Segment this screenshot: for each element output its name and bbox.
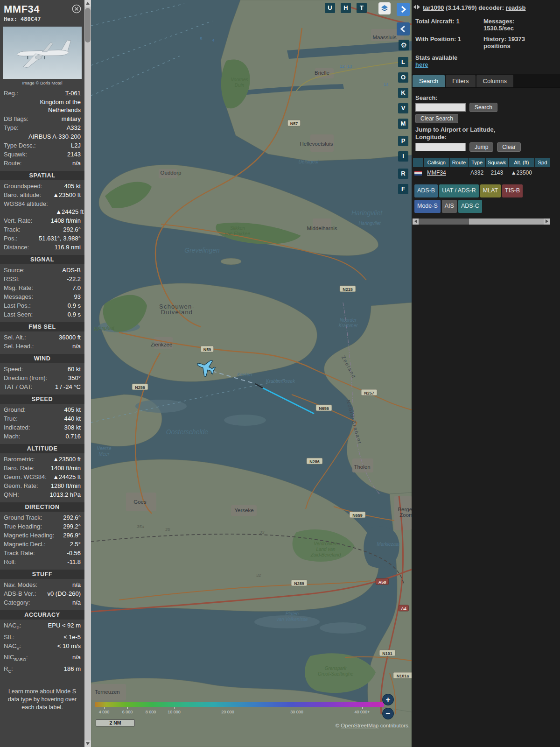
source-badge-uat-ads-r[interactable]: UAT / ADS-R	[439, 184, 478, 197]
map-button-m[interactable]: M	[398, 119, 408, 129]
map-button-p[interactable]: P	[398, 136, 408, 146]
data-row: Geom. WGS84:▲24425 ft	[0, 472, 84, 481]
section-header: ALTITUDE	[0, 444, 84, 453]
map-label: 12+13	[340, 63, 352, 69]
stats-available-text: Stats available	[415, 54, 556, 61]
map-button-h[interactable]: H	[341, 3, 351, 13]
layers-icon	[380, 4, 389, 13]
zoom-out-button[interactable]: −	[382, 708, 394, 719]
data-label: Vert. Rate:	[4, 217, 32, 225]
tab-filters[interactable]: Filters	[446, 75, 475, 87]
data-label: Baro. Rate:	[4, 464, 35, 472]
left-panel-scrollbar[interactable]	[84, 0, 91, 747]
aircraft-detail-panel: MMF34 Hex: 480C47	[0, 0, 84, 747]
source-badge-tis-b[interactable]: TIS-B	[502, 184, 523, 197]
table-header-flag[interactable]	[413, 158, 423, 167]
map-button-k[interactable]: K	[398, 88, 408, 98]
table-header-type[interactable]: Type	[469, 158, 485, 167]
data-value: 60 kt	[26, 365, 81, 373]
map-button-r[interactable]: R	[398, 169, 408, 179]
data-value: v0 (DO-260)	[39, 590, 81, 598]
jump-button[interactable]: Jump	[469, 142, 493, 152]
data-label: Direction (from):	[4, 374, 47, 382]
table-header-callsign[interactable]: Callsign	[424, 158, 449, 167]
tab-columns[interactable]: Columns	[476, 75, 513, 87]
data-row: Barometric:▲23500 ft	[0, 455, 84, 464]
tar1090-link[interactable]: tar1090	[423, 4, 444, 11]
legend-tick-label: 8 000	[140, 710, 162, 714]
map-button-i[interactable]: I	[398, 151, 408, 162]
table-header-squawk[interactable]: Squawk	[486, 158, 508, 167]
info-value: Kingdom of the Netherlands	[7, 98, 81, 114]
map-button-t[interactable]: T	[357, 3, 367, 13]
search-button[interactable]: Search	[469, 103, 497, 112]
map-button-l[interactable]: L	[398, 57, 408, 67]
source-badge-ads-b[interactable]: ADS-B	[414, 184, 438, 197]
scroll-down-icon[interactable]	[84, 740, 91, 747]
layers-button[interactable]	[378, 2, 391, 14]
mode-s-hint: Learn more about Mode S data type by hov…	[3, 688, 82, 712]
altitude-legend: 4 0006 0008 00010 00020 00030 00040 000+	[95, 702, 384, 717]
aircraft-row[interactable]: MMF34A3322143▲23500	[413, 168, 550, 178]
tar1090-app: MMF34 Hex: 480C47	[0, 0, 560, 747]
toggle-left-panel-button[interactable]	[397, 22, 410, 35]
osm-link[interactable]: OpenStreetMap	[341, 723, 378, 728]
hscrollbar-thumb[interactable]	[419, 218, 469, 225]
table-header-route[interactable]: Route	[450, 158, 468, 167]
data-label: RC:	[4, 665, 13, 676]
stats-block: Total Aircraft: 1 Messages: 1530.5/sec W…	[412, 13, 560, 50]
scroll-right-icon[interactable]	[544, 218, 550, 225]
section-header: ACCURACY	[0, 610, 84, 620]
source-badge-ads-c[interactable]: ADS-C	[458, 200, 482, 213]
scroll-up-icon[interactable]	[84, 0, 91, 7]
gear-icon[interactable]: ⚙	[399, 40, 409, 50]
map-button-v[interactable]: V	[398, 103, 408, 113]
map-button-u[interactable]: U	[325, 3, 335, 13]
messages-stat: Messages: 1530.5/sec	[483, 18, 553, 32]
info-value[interactable]: T-061	[21, 89, 81, 97]
cell-squawk: 2143	[486, 168, 508, 178]
svg-text:N656: N656	[319, 406, 329, 411]
map-button-o[interactable]: O	[398, 72, 408, 83]
right-panel-header: tar1090 (3.14.1769) decoder: readsb	[412, 0, 560, 13]
map-label: Brielle	[315, 70, 329, 76]
readsb-link[interactable]: readsb	[506, 4, 526, 11]
cell-callsign[interactable]: MMF34	[424, 168, 449, 178]
map-label: 14	[384, 82, 389, 87]
table-header-alt-ft-[interactable]: Alt. (ft)	[509, 158, 534, 167]
panel-collapse-icon[interactable]	[413, 4, 420, 11]
data-label: Baro. altitude:	[4, 191, 41, 199]
data-value: 292.6°	[45, 514, 81, 521]
aircraft-photo[interactable]	[3, 27, 82, 79]
data-row: Geom. Rate:1280 ft/min	[0, 481, 84, 490]
scroll-left-icon[interactable]	[413, 218, 419, 225]
jump-clear-button[interactable]: Clear	[497, 142, 521, 152]
map-label: Krabbenkreek	[266, 379, 295, 384]
data-label: Category:	[4, 599, 30, 606]
clear-search-button[interactable]: Clear Search	[415, 114, 458, 123]
search-input[interactable]	[415, 103, 466, 112]
map-label: Tholen	[354, 464, 370, 470]
map-button-f[interactable]: F	[398, 184, 408, 194]
jump-input[interactable]	[415, 143, 466, 151]
source-badge-ais[interactable]: AIS	[442, 200, 457, 213]
source-badge-mlat[interactable]: MLAT	[480, 184, 501, 197]
altitude-gradient-bar	[95, 702, 384, 707]
data-row: Speed:60 kt	[0, 365, 84, 374]
close-ic0n close-icon[interactable]	[72, 4, 81, 14]
toggle-right-panel-button[interactable]	[397, 3, 410, 16]
table-header-spd[interactable]: Spd	[535, 158, 550, 167]
zoom-in-button[interactable]: +	[382, 694, 394, 705]
map-canvas[interactable]: N57N215N59N256N257N656N286N659N289A58A4N…	[91, 0, 412, 747]
map-label: Yerseke	[234, 507, 253, 513]
data-row: TAT / OAT:1 / -24 °C	[0, 382, 84, 391]
table-horizontal-scrollbar[interactable]	[413, 218, 550, 225]
source-badge-mode-s[interactable]: Mode-S	[414, 200, 441, 213]
tab-search[interactable]: Search	[413, 75, 445, 87]
scrollbar-thumb[interactable]	[85, 8, 91, 42]
legend-tick-label: 40 000+	[351, 710, 373, 714]
data-label: Indicated:	[4, 423, 30, 431]
map-attribution: © OpenStreetMap contributors.	[336, 723, 410, 728]
data-label: True:	[4, 415, 18, 423]
stats-here-link[interactable]: here	[415, 61, 428, 68]
